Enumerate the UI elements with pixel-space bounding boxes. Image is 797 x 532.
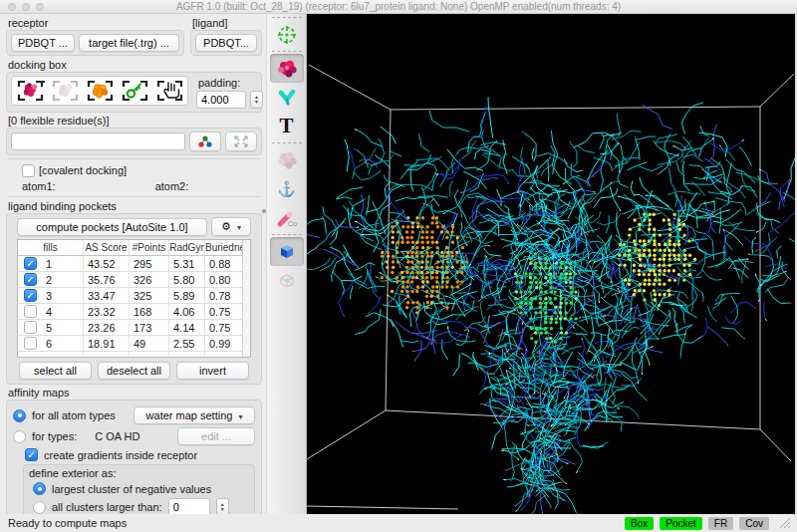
column-header[interactable]: AS Score bbox=[84, 240, 130, 256]
toolbar-separator bbox=[272, 51, 302, 52]
resize-grip[interactable] bbox=[779, 517, 791, 529]
atom2-label: atom2: bbox=[155, 180, 189, 192]
flexible-residues-group: [0 flexible residue(s)] bbox=[6, 115, 262, 155]
pockets-settings-button[interactable]: ⚙▾ bbox=[211, 217, 251, 236]
fill-checkbox[interactable] bbox=[24, 305, 37, 318]
gradients-label: create gradients inside receptor bbox=[44, 449, 197, 461]
pockets-table: fills AS Score #Points RadGyr Buriedness… bbox=[17, 239, 251, 358]
view-center-button[interactable] bbox=[270, 20, 304, 49]
docking-box-display-icon bbox=[277, 242, 297, 262]
viewport-canvas[interactable] bbox=[307, 14, 795, 514]
box-around-ligand-button[interactable] bbox=[118, 78, 151, 104]
toolbar-separator bbox=[272, 142, 302, 143]
define-exterior-box: define exterior as: largest cluster of n… bbox=[23, 464, 255, 514]
box-around-receptor-button[interactable] bbox=[13, 78, 47, 104]
ligand-display-button[interactable] bbox=[270, 83, 304, 112]
compute-pockets-button[interactable]: compute pockets [AutoSite 1.0] bbox=[17, 218, 207, 236]
zoom-window-button[interactable] bbox=[36, 3, 44, 11]
receptor-display-button[interactable] bbox=[270, 54, 304, 83]
status-bar: Ready to compute maps Box Pocket FR Cov bbox=[0, 514, 797, 532]
all-clusters-radio[interactable] bbox=[33, 501, 46, 514]
cluster-size-stepper[interactable]: ▴▾ bbox=[216, 498, 229, 514]
pockets-group-label: ligand binding pockets bbox=[8, 200, 262, 212]
box-around-receptor-icon bbox=[23, 83, 36, 97]
box-around-pockets-button[interactable] bbox=[83, 78, 117, 104]
anchor-icon: ⚓ bbox=[277, 181, 296, 196]
all-atom-types-label: for all atom types bbox=[32, 409, 128, 421]
flexible-residues-display-icon bbox=[275, 149, 299, 171]
covalent-docking-checkbox[interactable] bbox=[22, 164, 35, 177]
all-atom-types-radio[interactable] bbox=[13, 409, 26, 422]
column-header[interactable]: RadGyr bbox=[169, 240, 205, 256]
column-header[interactable]: #Points bbox=[130, 240, 169, 256]
for-types-radio[interactable] bbox=[13, 430, 26, 443]
close-window-button[interactable] bbox=[8, 3, 16, 11]
covalent-docking-label: [covalent docking] bbox=[39, 164, 127, 176]
padding-stepper[interactable]: ▴▾ bbox=[250, 91, 263, 109]
box-around-selection-button[interactable] bbox=[48, 78, 82, 104]
fill-checkbox[interactable] bbox=[24, 321, 37, 334]
fill-checkbox[interactable] bbox=[24, 273, 37, 286]
padding-input[interactable] bbox=[196, 91, 246, 109]
anchor-atoms-button[interactable]: ⚓ bbox=[270, 174, 304, 203]
chevron-down-icon: ▾ bbox=[237, 223, 241, 232]
box-around-pockets-icon bbox=[93, 85, 108, 99]
box-manual-button[interactable] bbox=[152, 78, 186, 104]
text-label-button[interactable]: T bbox=[270, 112, 304, 140]
table-scrollbar[interactable] bbox=[242, 240, 250, 357]
clipping-box-button[interactable] bbox=[270, 266, 304, 295]
ligand-pdbqt-button[interactable]: PDBQT... bbox=[195, 34, 257, 52]
cluster-size-input[interactable] bbox=[168, 498, 210, 514]
flexible-residues-input[interactable] bbox=[11, 133, 185, 150]
table-row[interactable]: 5 bbox=[18, 320, 84, 336]
water-map-setting-button[interactable]: water map setting▾ bbox=[133, 406, 255, 424]
fill-checkbox[interactable] bbox=[24, 337, 37, 350]
agfr-window: AGFR 1.0 (built: Oct_28_19) (receptor: 6… bbox=[0, 0, 797, 532]
flexible-residues-expand-button[interactable] bbox=[225, 132, 257, 151]
status-badge-box: Box bbox=[625, 517, 654, 530]
table-row[interactable]: 1 bbox=[18, 256, 84, 272]
hand-icon bbox=[164, 83, 178, 98]
flexible-residues-display-button[interactable] bbox=[270, 145, 304, 174]
gear-icon: ⚙ bbox=[221, 220, 231, 232]
column-header[interactable]: Buriedness bbox=[205, 240, 242, 256]
receptor-pdbqt-button[interactable]: PDBQT ... bbox=[11, 34, 75, 52]
window-controls bbox=[0, 3, 44, 11]
table-row[interactable]: 6 bbox=[18, 336, 84, 352]
status-badge-pocket: Pocket bbox=[660, 517, 702, 530]
viewport-3d[interactable] bbox=[307, 14, 797, 514]
view-center-icon bbox=[276, 24, 298, 46]
status-badge-cov: Cov bbox=[739, 517, 769, 530]
table-row[interactable]: 3 bbox=[18, 288, 84, 304]
docking-box-display-button[interactable] bbox=[270, 237, 304, 266]
chevron-down-icon: ▾ bbox=[238, 412, 242, 421]
gradients-checkbox[interactable] bbox=[25, 448, 38, 461]
select-all-button[interactable]: select all bbox=[19, 362, 92, 380]
edit-types-button[interactable]: edit ... bbox=[177, 427, 255, 445]
fill-checkbox[interactable] bbox=[24, 289, 37, 302]
clipping-box-icon bbox=[277, 271, 297, 291]
largest-cluster-radio[interactable] bbox=[33, 482, 46, 495]
deselect-all-button[interactable]: deselect all bbox=[98, 362, 170, 380]
table-row[interactable]: 4 bbox=[18, 304, 84, 320]
receptor-target-file-button[interactable]: target file(.trg) ... bbox=[79, 34, 179, 52]
column-header[interactable]: fills bbox=[18, 240, 84, 256]
colorize-co-icon: Co bbox=[276, 208, 298, 228]
expand-arrows-icon bbox=[231, 133, 251, 149]
atom-types-value: C OA HD bbox=[95, 430, 171, 442]
invert-button[interactable]: invert bbox=[176, 362, 249, 380]
divider bbox=[8, 196, 260, 197]
colorize-co-button[interactable]: Co bbox=[270, 203, 304, 232]
pockets-group: ligand binding pockets compute pockets [… bbox=[6, 200, 262, 385]
table-row[interactable]: 2 bbox=[18, 272, 84, 288]
flexible-residues-picker-button[interactable] bbox=[189, 132, 221, 151]
pane-splitter-handle[interactable] bbox=[262, 209, 266, 213]
minimize-window-button[interactable] bbox=[22, 3, 30, 11]
flexible-residues-label: [0 flexible residue(s)] bbox=[8, 115, 262, 127]
docking-box-mode-buttons bbox=[11, 76, 188, 106]
fill-checkbox[interactable] bbox=[24, 257, 37, 270]
receptor-group-label: receptor bbox=[8, 17, 184, 29]
toolbar-separator bbox=[272, 17, 302, 18]
ligand-group: [ligand] PDBQT... bbox=[190, 16, 262, 56]
toolbar-separator bbox=[272, 234, 302, 235]
